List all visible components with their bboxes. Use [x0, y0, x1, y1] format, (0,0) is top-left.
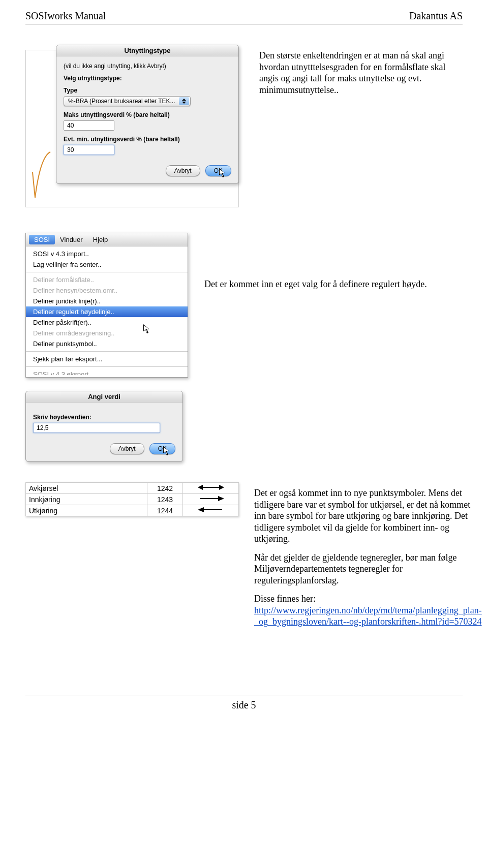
dialog-note: (vil du ikke angi utnytting, klikk Avbry…: [64, 63, 231, 70]
dialog-utnyttingstype: Utnyttingstype (vil du ikke angi utnytti…: [56, 45, 239, 184]
menu-hjelp[interactable]: Hjelp: [88, 235, 113, 244]
menu-sosi[interactable]: SOSI: [29, 235, 55, 244]
cursor-icon: [163, 446, 171, 456]
regjeringen-link[interactable]: http://www.regjeringen.no/nb/dep/md/tema…: [254, 605, 482, 627]
maks-input[interactable]: [64, 120, 114, 131]
table-row: Utkjøring1244: [26, 505, 239, 516]
page-number: side 5: [232, 699, 256, 710]
min-input[interactable]: [64, 145, 114, 155]
ok-button[interactable]: OK: [205, 165, 231, 176]
menu-item[interactable]: Definer påskrift(er)..: [26, 317, 188, 328]
cancel-button[interactable]: Avbryt: [166, 165, 200, 176]
select-label: Velg utnyttingstype:: [64, 75, 231, 82]
table-row: Innkjøring1243: [26, 494, 239, 505]
select-arrows-icon: [179, 97, 189, 105]
menu-item[interactable]: SOSI v 4.3 import..: [26, 249, 188, 259]
menu-separator: [26, 351, 188, 352]
menu-item[interactable]: Definer punktsymbol..: [26, 338, 188, 349]
cursor-icon: [219, 168, 227, 178]
row-code: 1242: [147, 483, 183, 494]
menu-item: Definer hensyn/bestem.omr..: [26, 285, 188, 296]
svg-marker-8: [219, 485, 224, 490]
paragraph-3b: Når det gjelder de gjeldende tegneregler…: [254, 552, 482, 586]
header-right: Dakantus AS: [409, 10, 463, 22]
paragraph-3c: Disse finnes her: http://www.regjeringen…: [254, 593, 482, 628]
row-code: 1243: [147, 494, 183, 505]
type-label: Type: [64, 87, 231, 94]
ok-button[interactable]: OK: [149, 443, 175, 454]
figure-symbol-table: Avkjørsel1242Innkjøring1243Utkjøring1244: [25, 482, 239, 516]
table-row: Avkjørsel1242: [26, 483, 239, 494]
menu-item[interactable]: Definer juridisk linje(r)..: [26, 296, 188, 306]
menu-separator: [26, 272, 188, 272]
menu-item[interactable]: Lag veilinjer fra senter..: [26, 259, 188, 270]
dropdown-sosi: SOSI v 4.3 import..Lag veilinjer fra sen…: [26, 246, 188, 377]
menubar: SOSI Vinduer Hjelp: [26, 233, 188, 246]
menu-vinduer[interactable]: Vinduer: [55, 235, 88, 244]
min-label: Evt. min. utnyttingsverdi % (bare heltal…: [64, 136, 231, 143]
svg-marker-10: [218, 496, 224, 501]
cursor-icon: [143, 324, 151, 334]
paragraph-3a: Det er også kommet inn to nye punktsymbo…: [254, 487, 482, 545]
arrow-left-icon: [183, 505, 239, 516]
paragraph-1: Den største enkeltendringen er at man nå…: [259, 50, 463, 96]
svg-marker-7: [198, 485, 203, 490]
svg-marker-12: [198, 507, 204, 512]
menu-item[interactable]: SOSI v 4.3 eksport: [26, 369, 188, 375]
link-intro: Disse finnes her:: [254, 594, 316, 604]
dialog-title: Angi verdi: [26, 391, 182, 402]
page-header: SOSIworks Manual Dakantus AS: [25, 10, 463, 24]
header-left: SOSIworks Manual: [25, 10, 106, 22]
hoyde-label: Skriv høydeverdien:: [33, 414, 175, 421]
arrow-right-icon: [183, 494, 239, 505]
figure-angi-verdi: Angi verdi Skriv høydeverdien: Avbryt OK: [25, 391, 183, 462]
menu-item[interactable]: Definer regulert høydelinje..: [26, 306, 188, 317]
dialog-title: Utnyttingstype: [56, 45, 238, 56]
menu-item[interactable]: Sjekk plan før eksport...: [26, 354, 188, 364]
row-label: Utkjøring: [26, 505, 147, 516]
figure-sosi-menu: SOSI Vinduer Hjelp SOSI v 4.3 import..La…: [25, 233, 189, 378]
menu-item: Definer områdeavgrensing..: [26, 328, 188, 338]
cancel-button[interactable]: Avbryt: [110, 443, 144, 454]
type-select-value: %-BRA (Prosent bruksareal etter TEK...: [68, 98, 175, 105]
figure-utnyttingstype: Utnyttingstype (vil du ikke angi utnytti…: [25, 45, 244, 212]
symbol-table: Avkjørsel1242Innkjøring1243Utkjøring1244: [25, 482, 239, 516]
hoyde-input[interactable]: [33, 423, 160, 433]
type-select[interactable]: %-BRA (Prosent bruksareal etter TEK...: [64, 96, 191, 106]
arrow-double-icon: [183, 483, 239, 494]
menu-separator: [26, 366, 188, 367]
row-label: Avkjørsel: [26, 483, 147, 494]
row-label: Innkjøring: [26, 494, 147, 505]
row-code: 1244: [147, 505, 183, 516]
maks-label: Maks utnyttingsverdi % (bare heltall): [64, 111, 231, 118]
paragraph-2: Det er kommet inn et eget valg for å def…: [204, 278, 463, 290]
page-footer: side 5: [25, 696, 463, 711]
menu-item: Definer formålsflate..: [26, 274, 188, 285]
